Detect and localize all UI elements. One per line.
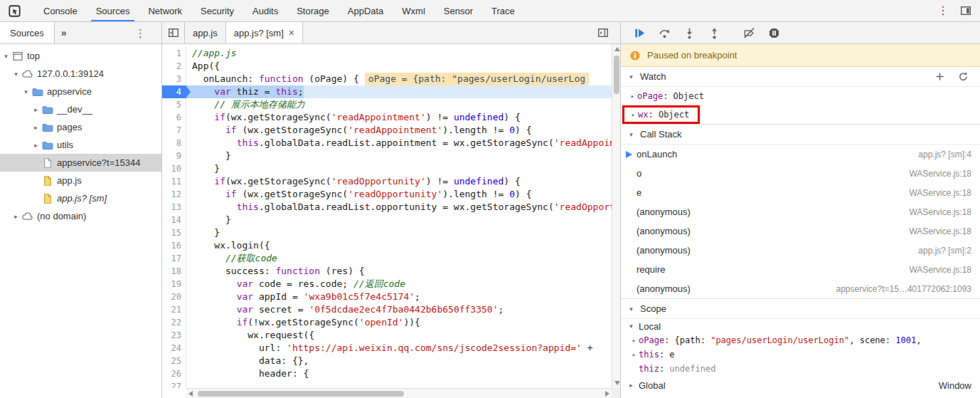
line-number[interactable]: 9 (162, 150, 186, 162)
stack-frame-location[interactable]: appservice?t=15…401772062:1093 (829, 284, 972, 294)
tree-item-top[interactable]: ▾top (0, 47, 161, 65)
watch-row-wx[interactable]: ▸wx: Object (622, 105, 700, 124)
sidebar-menu-button[interactable]: ⋮ (135, 28, 161, 38)
step-over-button[interactable] (657, 26, 671, 40)
scope-global-row[interactable]: ▸ Global Window (621, 376, 980, 394)
stack-frame-location[interactable]: app.js? [sm]:4 (911, 150, 971, 159)
step-into-button[interactable] (682, 26, 696, 40)
watch-header[interactable]: ▾ Watch (621, 67, 980, 87)
line-number[interactable]: 7 (162, 124, 186, 137)
line-number[interactable]: 21 (162, 303, 186, 316)
stack-frame-location[interactable]: WAService.js:18 (902, 188, 971, 198)
call-stack-header[interactable]: ▾ Call Stack (621, 125, 980, 145)
tree-item-pages[interactable]: ▸pages (0, 118, 161, 136)
editor-vertical-scrollbar[interactable] (612, 44, 620, 388)
sidebar-tab-sources[interactable]: Sources (0, 22, 55, 43)
scope-var-this[interactable]: ▸this: e (621, 347, 980, 362)
tree-item-app-js-sm[interactable]: app.js? [sm] (0, 189, 161, 207)
top-tab-network[interactable]: Network (139, 0, 191, 21)
scope-var-thiz[interactable]: thiz: undefined (621, 362, 980, 376)
top-tab-sources[interactable]: Sources (87, 0, 139, 21)
close-icon[interactable]: × (289, 28, 294, 38)
pause-on-exceptions-button[interactable] (767, 26, 781, 40)
stack-frame-location[interactable]: WAService.js:18 (902, 226, 971, 236)
navigator-toggle-button[interactable] (162, 22, 185, 43)
stack-frame-o-1[interactable]: oWAService.js:18 (621, 164, 980, 183)
line-number[interactable]: 19 (162, 278, 186, 290)
scroll-left-button[interactable] (187, 389, 196, 398)
resume-button[interactable] (632, 26, 646, 40)
tree-item-127-0-0-1-39124[interactable]: ▾127.0.0.1:39124 (0, 65, 161, 83)
line-number[interactable]: 2 (162, 60, 186, 73)
line-number[interactable]: 14 (162, 214, 186, 226)
top-tab-audits[interactable]: Audits (243, 0, 287, 21)
stack-frame-location[interactable]: app.js? [sm]:2 (911, 246, 971, 256)
line-number[interactable]: 17 (162, 252, 186, 265)
deactivate-breakpoints-button[interactable] (742, 26, 756, 40)
vertical-scrollbar-thumb[interactable] (614, 56, 619, 94)
tree-item-utils[interactable]: ▸utils (0, 136, 161, 154)
scope-local-header[interactable]: ▾ Local (621, 319, 980, 333)
editor-tab-app-js-sm[interactable]: app.js? [sm]× (226, 22, 303, 43)
line-number[interactable]: 11 (162, 175, 186, 188)
scroll-down-button[interactable] (612, 379, 620, 387)
dock-side-button[interactable] (960, 5, 971, 16)
line-number[interactable]: 1 (162, 47, 186, 60)
tree-item-appservice-t-15344[interactable]: appservice?t=15344 (0, 154, 161, 172)
line-number[interactable]: 5 (162, 98, 186, 111)
stack-frame-anonymous-7[interactable]: (anonymous)appservice?t=15…401772062:109… (621, 279, 980, 298)
add-watch-button[interactable] (934, 71, 945, 82)
top-tab-trace[interactable]: Trace (482, 0, 524, 21)
line-number[interactable]: 24 (162, 342, 186, 355)
overflow-tabs-button[interactable]: » (55, 27, 73, 38)
line-number[interactable]: 13 (162, 201, 186, 214)
line-number[interactable]: 20 (162, 290, 186, 303)
scroll-right-button[interactable] (602, 389, 611, 398)
line-number[interactable]: 18 (162, 265, 186, 278)
inspect-button[interactable] (0, 5, 28, 17)
top-tab-appdata[interactable]: AppData (339, 0, 393, 21)
watch-row-opage[interactable]: ▸oPage: Object (621, 87, 980, 105)
line-number[interactable]: 26 (162, 367, 186, 380)
top-tab-security[interactable]: Security (191, 0, 243, 21)
tree-item-appservice[interactable]: ▾appservice (0, 83, 161, 100)
stack-frame-anonymous-5[interactable]: (anonymous)app.js? [sm]:2 (621, 241, 980, 260)
line-number[interactable]: 3 (162, 73, 186, 85)
line-number[interactable]: 8 (162, 137, 186, 150)
horizontal-scrollbar-thumb[interactable] (198, 391, 404, 397)
line-number[interactable]: 22 (162, 316, 186, 329)
stack-frame-require-6[interactable]: requireWAService.js:18 (621, 260, 980, 279)
open-drawer-button[interactable] (597, 27, 609, 38)
tree-item-dev[interactable]: ▸__dev__ (0, 100, 161, 118)
scope-header[interactable]: ▾ Scope (621, 299, 980, 319)
tree-item-no-domain[interactable]: ▸(no domain) (0, 207, 161, 225)
scroll-up-button[interactable] (612, 45, 620, 53)
line-number[interactable]: 6 (162, 111, 186, 124)
stack-frame-location[interactable]: WAService.js:18 (902, 169, 971, 179)
stack-frame-onlaunch-0[interactable]: onLaunchapp.js? [sm]:4 (621, 145, 980, 164)
line-number[interactable]: 25 (162, 355, 186, 367)
line-number[interactable]: 23 (162, 329, 186, 342)
more-menu-button[interactable]: ⋮ (937, 5, 949, 16)
scope-var-opage[interactable]: ▸oPage: {path: "pages/userLogin/userLogi… (621, 333, 980, 347)
top-tab-wxml[interactable]: Wxml (393, 0, 435, 21)
stack-frame-anonymous-4[interactable]: (anonymous)WAService.js:18 (621, 221, 980, 241)
top-tab-console[interactable]: Console (34, 0, 87, 21)
editor-horizontal-scrollbar[interactable] (186, 388, 612, 398)
line-number[interactable]: 4 (162, 85, 186, 98)
top-tab-sensor[interactable]: Sensor (435, 0, 482, 21)
line-number[interactable]: 10 (162, 162, 186, 175)
stack-frame-location[interactable]: WAService.js:18 (902, 207, 971, 217)
stack-frame-anonymous-3[interactable]: (anonymous)WAService.js:18 (621, 202, 980, 221)
step-out-button[interactable] (707, 26, 721, 40)
top-tab-storage[interactable]: Storage (287, 0, 339, 21)
tree-item-app-js[interactable]: app.js (0, 172, 161, 189)
editor-tab-app-js[interactable]: app.js (185, 22, 226, 43)
line-number[interactable]: 16 (162, 239, 186, 252)
line-number[interactable]: 12 (162, 188, 186, 201)
refresh-watch-button[interactable] (958, 71, 969, 82)
line-number[interactable]: 27 (162, 380, 186, 388)
stack-frame-location[interactable]: WAService.js:18 (902, 265, 971, 275)
line-number[interactable]: 15 (162, 226, 186, 239)
stack-frame-e-2[interactable]: eWAService.js:18 (621, 183, 980, 202)
